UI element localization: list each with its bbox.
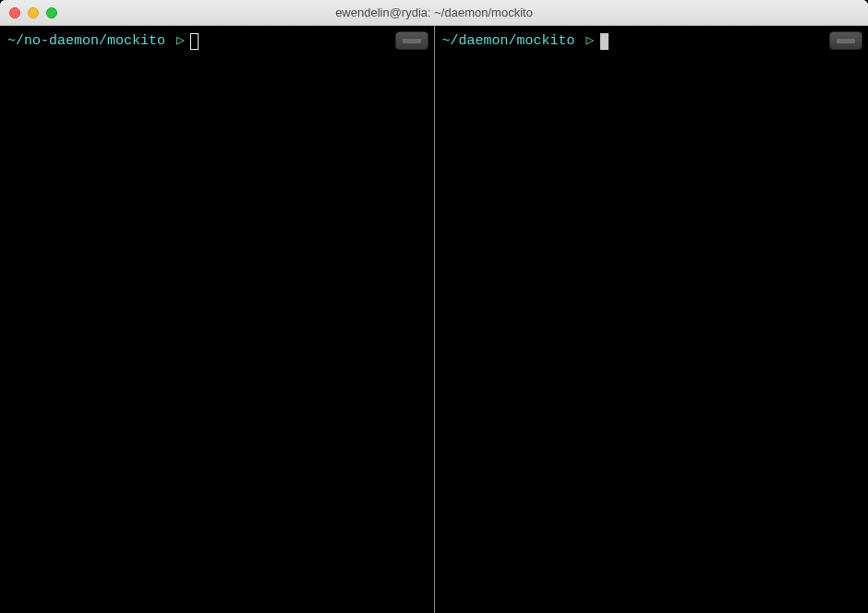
minimize-button[interactable] [28,7,39,18]
cursor-inactive [190,33,199,50]
close-button[interactable] [9,7,20,18]
prompt-arrow-icon: ▷ [586,31,595,51]
cursor-active [600,33,609,50]
prompt-path: ~/no-daemon/mockito [7,31,165,51]
prompt-line: ~/no-daemon/mockito ▷ [7,31,427,51]
terminal-window: ewendelin@rydia: ~/daemon/mockito ~/no-d… [0,0,868,613]
terminal-pane-right[interactable]: ~/daemon/mockito ▷ [435,26,869,613]
maximize-button[interactable] [46,7,57,18]
prompt-line: ~/daemon/mockito ▷ [442,31,862,51]
terminal-panes: ~/no-daemon/mockito ▷ ~/daemon/mockito ▷ [0,26,868,613]
scroll-indicator-icon[interactable] [395,31,428,50]
prompt-arrow-icon: ▷ [176,31,185,51]
window-title: ewendelin@rydia: ~/daemon/mockito [335,6,533,19]
terminal-pane-left[interactable]: ~/no-daemon/mockito ▷ [0,26,434,613]
traffic-lights [9,7,57,18]
prompt-path: ~/daemon/mockito [442,31,575,51]
scroll-indicator-icon[interactable] [829,31,862,50]
window-titlebar[interactable]: ewendelin@rydia: ~/daemon/mockito [0,0,868,26]
